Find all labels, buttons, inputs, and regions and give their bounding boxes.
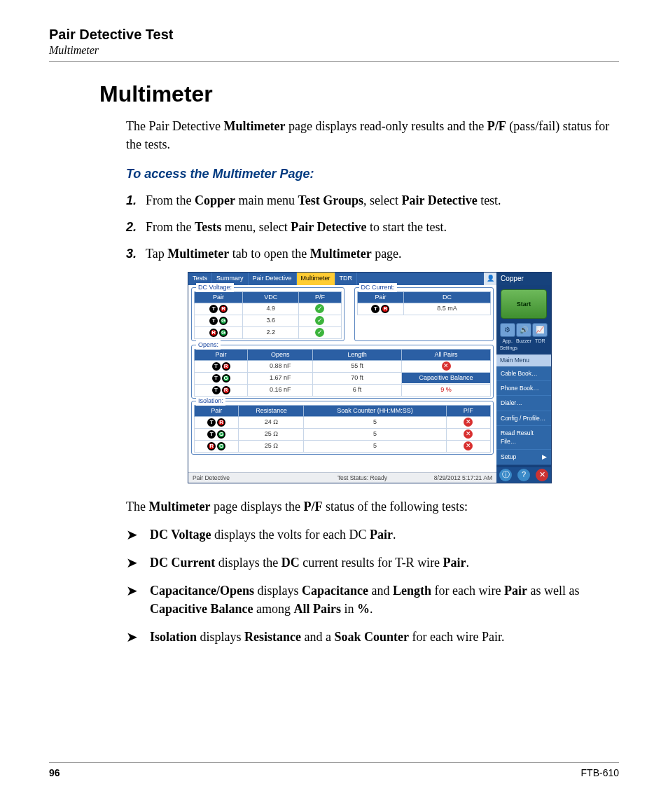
pin-g: G	[219, 329, 228, 337]
pin-g: G	[217, 442, 225, 450]
intro-paragraph: The Pair Detective Multimeter page displ…	[126, 117, 613, 153]
pin-t: T	[207, 418, 216, 427]
pin-t: T	[209, 305, 218, 313]
pin-r: R	[222, 362, 230, 371]
bullet-4: ➤Isolation displays Resistance and a Soa…	[126, 628, 613, 646]
bullet-3: ➤Capacitance/Opens displays Capacitance …	[126, 582, 613, 618]
pin-r: R	[219, 305, 228, 313]
col-header: Pair	[195, 405, 239, 416]
col-header: P/F	[299, 291, 341, 303]
col-header: Soak Counter (HH:MM:SS)	[304, 405, 446, 416]
status-right: 8/29/2012 5:17:21 AM	[430, 473, 496, 483]
help-icon[interactable]: ?	[517, 469, 530, 481]
iso-group-label: Isolation:	[196, 397, 225, 406]
col-header: Pair	[195, 291, 243, 303]
iso-row: TG25 Ω5✕	[195, 428, 491, 440]
tab-multimeter[interactable]: Multimeter	[297, 273, 335, 285]
page-number: 96	[49, 767, 60, 778]
section-topic: Multimeter	[49, 44, 619, 57]
pin-r: R	[217, 418, 225, 427]
tab-user-icon[interactable]: 👤	[484, 273, 496, 285]
dcv-row: TR4.9✓	[195, 303, 342, 315]
status-bar: Pair Detective Test Status: Ready 8/29/2…	[188, 472, 496, 483]
col-header: Resistance	[239, 405, 304, 416]
side-panel: Copper Start ⚙App. Settings🔊Buzzer📈TDR M…	[496, 273, 551, 483]
steps-list: 1.From the Copper main menu Test Groups,…	[126, 191, 613, 263]
pin-t: T	[209, 317, 218, 325]
menu-item-config-profile[interactable]: Config / Profile…	[496, 411, 551, 426]
tab-bar: TestsSummaryPair DetectiveMultimeterTDR👤	[188, 273, 496, 285]
col-header: Pair	[195, 349, 248, 360]
status-center: Test Status: Ready	[295, 473, 430, 483]
section-title: Pair Detective Test	[49, 27, 619, 43]
main-menu-header: Main Menu	[496, 355, 551, 366]
step-1: 1.From the Copper main menu Test Groups,…	[126, 191, 613, 209]
fail-icon: ✕	[464, 418, 473, 427]
iso-row: TR24 Ω5✕	[195, 416, 491, 428]
page-title: Multimeter	[99, 81, 619, 107]
start-button[interactable]: Start	[501, 289, 547, 319]
dcv-row: RG2.2✓	[195, 326, 342, 338]
menu-item-cable-book[interactable]: Cable Book…	[496, 366, 551, 381]
col-header: P/F	[446, 405, 490, 416]
side-header: Copper	[496, 273, 551, 286]
col-header: All Pairs	[402, 349, 491, 360]
opens-group-label: Opens:	[196, 340, 221, 350]
close-icon[interactable]: ✕	[536, 469, 548, 481]
tab-tdr[interactable]: TDR	[335, 273, 358, 285]
menu-item-dialer[interactable]: Dialer…	[496, 396, 551, 411]
tool-tdr[interactable]: 📈TDR	[532, 323, 548, 352]
menu-item-phone-book[interactable]: Phone Book…	[496, 381, 551, 396]
pin-r: R	[381, 305, 389, 313]
opens-row: TR0.16 nF6 ft9 %	[195, 384, 491, 396]
pin-t: T	[207, 430, 216, 439]
col-header: Length	[313, 349, 402, 360]
col-header: Opens	[248, 349, 313, 360]
after-screenshot-para: The Multimeter page displays the P/F sta…	[126, 497, 613, 516]
status-left: Pair Detective	[188, 473, 295, 483]
header-rule	[49, 61, 619, 62]
dcv-group-label: DC Voltage:	[196, 283, 234, 292]
cap-balance-header: Capacitive Balance	[402, 373, 490, 383]
fail-icon: ✕	[442, 362, 451, 371]
chevron-right-icon: ▶	[542, 453, 547, 461]
col-header: Pair	[357, 291, 404, 303]
tool-app-settings[interactable]: ⚙App. Settings	[500, 323, 515, 352]
menu-item-read-result-file[interactable]: Read Result File…	[496, 426, 551, 450]
pass-icon: ✓	[315, 328, 324, 337]
pin-t: T	[371, 305, 380, 313]
iso-row: RG25 Ω5✕	[195, 440, 491, 452]
fail-icon: ✕	[464, 429, 473, 439]
dcc-row: TR8.5 mA	[357, 303, 490, 315]
step-3: 3.Tap Multimeter tab to open the Multime…	[126, 245, 613, 263]
tab-pair-detective[interactable]: Pair Detective	[249, 273, 297, 285]
fail-icon: ✕	[464, 441, 473, 450]
pin-r: R	[222, 386, 230, 394]
opens-row: TR0.88 nF55 ft✕	[195, 360, 491, 372]
pin-r: R	[207, 442, 216, 450]
model-id: FTB-610	[581, 767, 619, 778]
col-header: VDC	[243, 291, 299, 303]
opens-row: TG1.67 nF70 ftCapacitive Balance	[195, 372, 491, 384]
pin-t: T	[212, 374, 221, 383]
pass-icon: ✓	[315, 304, 324, 313]
pin-r: R	[209, 329, 218, 337]
pin-g: G	[219, 317, 228, 325]
pin-t: T	[212, 362, 221, 371]
dcc-group-label: DC Current:	[359, 283, 397, 292]
pin-g: G	[217, 430, 225, 439]
howto-heading: To access the Multimeter Page:	[126, 165, 613, 183]
bullet-2: ➤DC Current displays the DC current resu…	[126, 553, 613, 572]
pin-g: G	[222, 374, 230, 383]
pin-t: T	[212, 386, 221, 394]
menu-item-setup[interactable]: Setup▶	[496, 450, 551, 465]
pass-icon: ✓	[315, 316, 324, 325]
dcv-row: TG3.6✓	[195, 315, 342, 326]
multimeter-screenshot: TestsSummaryPair DetectiveMultimeterTDR👤…	[188, 272, 552, 483]
info-icon[interactable]: ⓘ	[499, 469, 512, 481]
col-header: DC	[404, 291, 491, 303]
bullet-1: ➤DC Voltage displays the volts for each …	[126, 525, 613, 544]
tool-buzzer[interactable]: 🔊Buzzer	[516, 323, 531, 352]
step-2: 2.From the Tests menu, select Pair Detec…	[126, 218, 613, 236]
